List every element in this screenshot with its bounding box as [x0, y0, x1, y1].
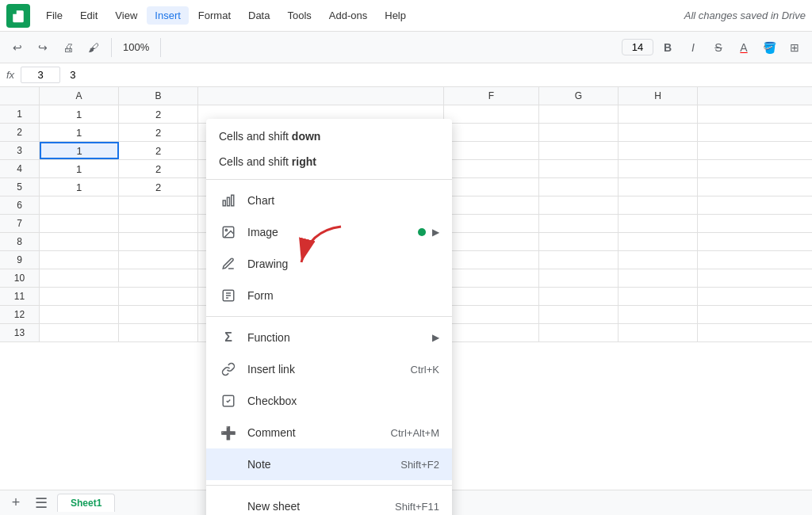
cell-a6[interactable] [40, 196, 119, 214]
paint-format-button[interactable]: 🖌 [82, 36, 105, 59]
cell-a4[interactable]: 1 [40, 160, 119, 177]
new-sheet-item[interactable]: New sheet Shift+F11 [206, 490, 452, 515]
function-item[interactable]: Σ Function ▶ [206, 322, 452, 353]
cell-f2[interactable] [444, 124, 539, 141]
cell-h7[interactable] [619, 215, 698, 232]
insert-link-item[interactable]: Insert link Ctrl+K [206, 353, 452, 385]
cell-f12[interactable] [444, 306, 539, 323]
cell-g9[interactable] [539, 251, 619, 269]
cell-f6[interactable] [444, 196, 539, 214]
cell-b10[interactable] [119, 269, 198, 287]
cell-b12[interactable] [119, 306, 198, 323]
print-button[interactable]: 🖨 [57, 36, 79, 59]
cell-g5[interactable] [539, 178, 619, 196]
menu-addons[interactable]: Add-ons [321, 6, 375, 25]
cell-h11[interactable] [619, 288, 698, 305]
cell-f1[interactable] [444, 105, 539, 123]
cell-b13[interactable] [119, 324, 198, 341]
borders-button[interactable]: ⊞ [783, 36, 806, 59]
cell-reference[interactable]: 3 [21, 67, 60, 83]
cell-b1[interactable]: 2 [119, 105, 198, 123]
cell-b3[interactable]: 2 [119, 142, 198, 159]
cell-f9[interactable] [444, 251, 539, 269]
cell-f3[interactable] [444, 142, 539, 159]
menu-edit[interactable]: Edit [72, 6, 105, 25]
cell-h12[interactable] [619, 306, 698, 323]
cell-b8[interactable] [119, 233, 198, 250]
col-header-g[interactable]: G [539, 87, 619, 105]
cell-h4[interactable] [619, 160, 698, 177]
text-color-button[interactable]: A [733, 36, 755, 59]
cell-g2[interactable] [539, 124, 619, 141]
font-size-input[interactable]: 14 [622, 39, 653, 55]
cell-g7[interactable] [539, 215, 619, 232]
undo-button[interactable]: ↩ [6, 36, 29, 59]
cell-b2[interactable]: 2 [119, 124, 198, 141]
cell-f7[interactable] [444, 215, 539, 232]
col-header-h[interactable]: H [619, 87, 698, 105]
checkbox-item[interactable]: Checkbox [206, 385, 452, 417]
cell-a2[interactable]: 1 [40, 124, 119, 141]
cell-g13[interactable] [539, 324, 619, 341]
cell-a12[interactable] [40, 306, 119, 323]
sheet-list-button[interactable]: ☰ [32, 494, 51, 513]
cell-b11[interactable] [119, 288, 198, 305]
cell-b6[interactable] [119, 196, 198, 214]
cells-shift-down-item[interactable]: Cells and shift down [206, 124, 452, 149]
cell-h9[interactable] [619, 251, 698, 269]
cells-shift-right-item[interactable]: Cells and shift right [206, 149, 452, 174]
strikethrough-button[interactable]: S [707, 36, 730, 59]
cell-h13[interactable] [619, 324, 698, 341]
cell-a5[interactable]: 1 [40, 178, 119, 196]
cell-g6[interactable] [539, 196, 619, 214]
cell-b5[interactable]: 2 [119, 178, 198, 196]
cell-b4[interactable]: 2 [119, 160, 198, 177]
sheet-tab-sheet1[interactable]: Sheet1 [57, 494, 115, 512]
add-sheet-button[interactable]: + [6, 494, 25, 513]
cell-a11[interactable] [40, 288, 119, 305]
cell-b7[interactable] [119, 215, 198, 232]
bold-button[interactable]: B [657, 36, 679, 59]
cell-f13[interactable] [444, 324, 539, 341]
menu-help[interactable]: Help [377, 6, 414, 25]
cell-a1[interactable]: 1 [40, 105, 119, 123]
cell-h2[interactable] [619, 124, 698, 141]
cell-f11[interactable] [444, 288, 539, 305]
comment-item[interactable]: ➕ Comment Ctrl+Alt+M [206, 417, 452, 448]
cell-h5[interactable] [619, 178, 698, 196]
col-header-c[interactable] [198, 87, 444, 105]
cell-f5[interactable] [444, 178, 539, 196]
cell-a13[interactable] [40, 324, 119, 341]
col-header-b[interactable]: B [119, 87, 198, 105]
cell-a7[interactable] [40, 215, 119, 232]
cell-g10[interactable] [539, 269, 619, 287]
italic-button[interactable]: I [682, 36, 704, 59]
menu-file[interactable]: File [38, 6, 71, 25]
cell-a3[interactable]: 1 [40, 142, 119, 159]
cell-g4[interactable] [539, 160, 619, 177]
cell-g11[interactable] [539, 288, 619, 305]
cell-a9[interactable] [40, 251, 119, 269]
cell-f8[interactable] [444, 233, 539, 250]
cell-b9[interactable] [119, 251, 198, 269]
chart-item[interactable]: Chart [206, 185, 452, 216]
cell-f4[interactable] [444, 160, 539, 177]
redo-button[interactable]: ↪ [32, 36, 54, 59]
cell-h1[interactable] [619, 105, 698, 123]
cell-h6[interactable] [619, 196, 698, 214]
cell-a8[interactable] [40, 233, 119, 250]
menu-data[interactable]: Data [240, 6, 278, 25]
menu-tools[interactable]: Tools [279, 6, 319, 25]
col-header-a[interactable]: A [40, 87, 119, 105]
cell-f10[interactable] [444, 269, 539, 287]
form-item[interactable]: Form [206, 280, 452, 311]
cell-g8[interactable] [539, 233, 619, 250]
fill-color-button[interactable]: 🪣 [758, 36, 780, 59]
note-item[interactable]: Note Shift+F2 [206, 448, 452, 480]
cell-g3[interactable] [539, 142, 619, 159]
menu-view[interactable]: View [107, 6, 145, 25]
cell-h3[interactable] [619, 142, 698, 159]
cell-h10[interactable] [619, 269, 698, 287]
cell-g1[interactable] [539, 105, 619, 123]
col-header-f[interactable]: F [444, 87, 539, 105]
